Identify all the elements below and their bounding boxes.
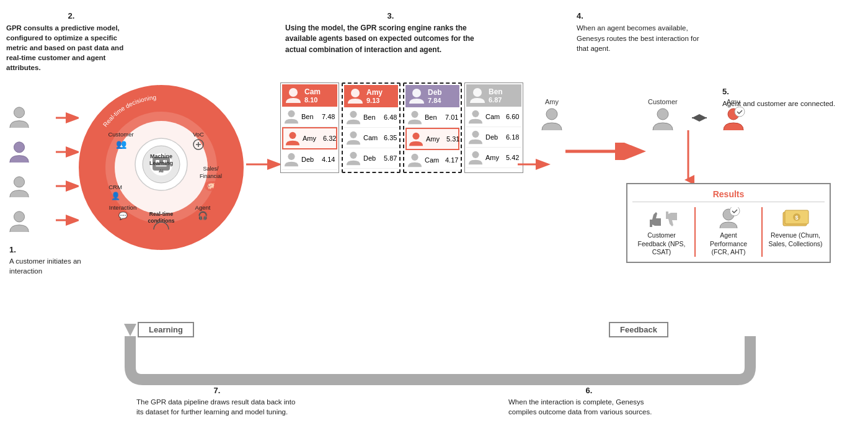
col4-score: 6.87 [489,96,503,104]
revenue-icon: $ [780,207,811,229]
svg-text:conditions: conditions [148,218,175,224]
svg-text:VoC: VoC [193,131,204,138]
rank-column-deb: Deb 7.84 Ben 7.01 Amy 5.31 Cam 4.17 [403,82,462,173]
main-container: 2. GPR consults a predictive model, conf… [0,0,868,423]
svg-point-52 [412,89,421,97]
col1-row1: Ben 7.48 [282,107,337,127]
svg-point-59 [472,151,479,158]
ranking-area: Cam 8.10 Ben 7.48 Amy 6.32 Deb 4.14 [280,82,523,173]
learning-label: Learning [149,325,183,334]
svg-text:Customer: Customer [108,131,133,138]
ben-avatar-top [469,87,486,104]
feedback-label: Feedback [620,325,657,334]
col4-row2: Deb 6.18 [466,127,521,148]
svg-point-55 [411,154,418,161]
amy-avatar-top [347,87,364,105]
svg-text:Financial: Financial [200,173,222,179]
svg-point-1 [14,142,24,153]
svg-text:Sales/: Sales/ [203,166,219,172]
col2-row1: Ben 6.48 [344,107,398,128]
rank-column-amy: Amy 9.13 Ben 6.48 Cam 6.35 Deb 5.87 [342,82,401,173]
step6-text: When the interaction is complete, Genesy… [508,397,670,417]
svg-text:🐖: 🐖 [207,182,215,190]
step7-text: The GPR data pipeline draws result data … [136,397,298,417]
feedback-box: Feedback [609,322,668,337]
step2-number: 2. [6,11,136,20]
col1-name: Cam [304,87,321,96]
amy-right-icon [721,107,746,131]
routing-amy-label: Amy [539,98,564,131]
section1-description: 1. A customer initiates an interaction [9,245,84,276]
step1-text: A customer initiates an interaction [9,256,84,276]
amy-routing-arrow [565,143,646,160]
amy-right-text: Amy [727,98,740,105]
rank-column-cam: Cam 8.10 Ben 7.48 Amy 6.32 Deb 4.14 [280,82,339,173]
gpr-circle: Real-time decisioning Customer 👥 VoC [74,81,248,254]
divider1 [694,207,696,257]
svg-text:Agent: Agent [195,204,211,211]
svg-point-49 [350,111,356,118]
svg-text:Machine: Machine [150,153,172,159]
step4-text: When an agent becomes available, Genesys… [577,23,701,54]
svg-point-2 [14,177,24,187]
step3-number: 3. [285,11,496,20]
svg-text:💬: 💬 [118,211,128,220]
col3-row1: Ben 7.01 [405,107,459,128]
results-box: Results Customer Feedback (NPS, CSAT) [626,183,831,263]
section2-description: 2. GPR consults a predictive model, conf… [6,11,136,73]
svg-point-57 [472,110,479,117]
svg-text:$: $ [795,215,798,221]
customer-arrows [32,105,79,248]
svg-point-58 [472,131,479,138]
svg-text:CRM: CRM [108,184,122,190]
svg-text:👥: 👥 [116,139,127,149]
divider2 [761,207,763,257]
circle-to-ranking-arrow [246,158,283,171]
svg-point-46 [289,132,296,139]
svg-point-44 [289,88,298,97]
col4-row3: Amy 5.42 [466,148,521,168]
agent-performance-icon [716,207,741,229]
col3-row3: Cam 4.17 [405,150,459,171]
customer-right-text: Customer [648,98,678,105]
rank-header-amy: Amy 9.13 [344,85,398,107]
col2-name: Amy [366,88,383,97]
col4-name: Ben [489,87,503,96]
customer-amy-connected: Customer Amy [648,98,746,131]
deb-avatar-top [408,87,425,105]
svg-point-48 [351,89,360,97]
rank-header-cam: Cam 8.10 [282,84,337,107]
col2-score: 9.13 [366,97,383,104]
customer3-icon [7,175,31,198]
feedback-learning-arrow [93,324,787,392]
result-revenue: $ Revenue (Churn, Sales, Collections) [768,207,823,248]
amy-to-results-arrow [682,130,694,186]
svg-point-54 [412,133,419,140]
col3-name: Deb [428,88,442,97]
svg-point-66 [735,107,745,117]
svg-point-53 [411,111,418,118]
svg-point-47 [288,153,294,160]
svg-point-0 [14,107,24,118]
customer-right-label: Customer [648,98,678,131]
customer4-icon [7,210,31,233]
col4-row1: Cam 6.60 [466,107,521,127]
col1-row2: Amy 6.32 [282,127,337,149]
svg-text:🎧: 🎧 [198,210,208,221]
section3-description: 3. Using the model, the GPR scoring engi… [285,11,496,55]
rank-column-ben: Ben 6.87 Cam 6.60 Deb 6.18 Amy 5.42 [464,82,523,173]
svg-text:Real-time: Real-time [149,211,174,217]
section6-description: 6. When the interaction is complete, Gen… [508,386,670,417]
step2-text: GPR consults a predictive model, configu… [6,24,123,71]
step5-number: 5. [722,87,846,96]
svg-text:Interaction: Interaction [109,204,136,211]
step3-text: Using the model, the GPR scoring engine … [285,24,474,54]
col1-row3: Deb 4.14 [282,149,337,170]
svg-point-50 [350,131,356,138]
step4-number: 4. [577,11,701,20]
col3-row2: Amy 5.31 [405,128,459,150]
svg-point-61 [546,109,557,120]
step7-number: 7. [136,386,298,395]
svg-point-51 [350,152,356,159]
result-agent-performance: Agent Performance (FCR, AHT) [701,207,756,257]
